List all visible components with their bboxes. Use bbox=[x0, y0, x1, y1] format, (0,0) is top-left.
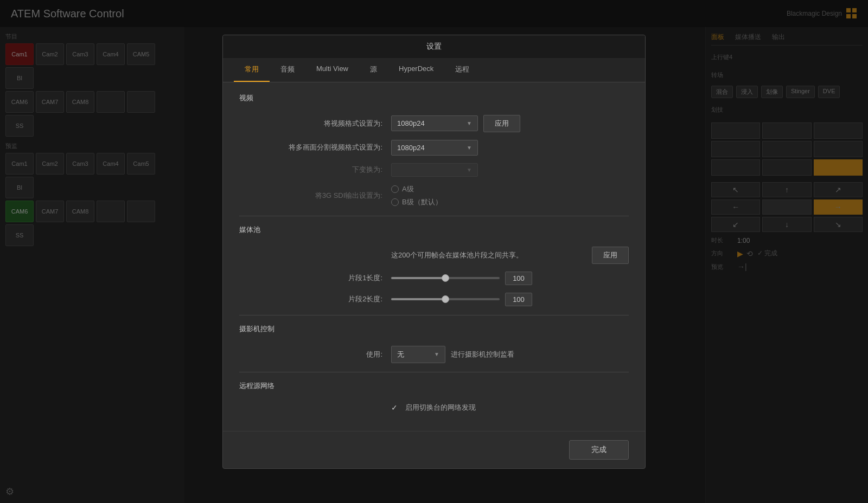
sdi-control: A级 B级（默认） bbox=[391, 184, 629, 207]
sdi-radio-a-circle[interactable] bbox=[391, 185, 399, 193]
sdi-a-label: A级 bbox=[402, 184, 414, 194]
multiview-label: 将多画面分割视频格式设置为: bbox=[239, 143, 391, 152]
format-dropdown[interactable]: 1080p24 ▼ bbox=[391, 115, 478, 131]
dialog-tabs: 常用 音频 Multi View 源 HyperDeck 远程 bbox=[223, 58, 645, 82]
multiview-row: 将多画面分割视频格式设置为: 1080p24 ▼ bbox=[239, 140, 629, 156]
divider-2 bbox=[239, 315, 629, 315]
dialog-tab-remote[interactable]: 远程 bbox=[444, 58, 480, 82]
camera-use-row: 使用: 无 ▼ 进行摄影机控制监看 bbox=[239, 346, 629, 363]
camera-use-label: 使用: bbox=[239, 350, 391, 359]
media-section-title: 媒体池 bbox=[239, 225, 629, 238]
downconvert-arrow: ▼ bbox=[467, 167, 472, 173]
media-apply-button[interactable]: 应用 bbox=[592, 247, 629, 264]
media-info-control: 这200个可用帧会在媒体池片段之间共享。 应用 bbox=[391, 247, 629, 264]
dialog-overlay: 设置 常用 音频 Multi View 源 HyperDeck 远程 视频 将视… bbox=[0, 0, 868, 503]
camera-use-arrow: ▼ bbox=[434, 351, 439, 357]
camera-use-value: 无 bbox=[397, 350, 404, 359]
dialog-tab-general[interactable]: 常用 bbox=[234, 58, 270, 82]
multiview-control: 1080p24 ▼ bbox=[391, 140, 629, 156]
dialog-tab-hyperdeck[interactable]: HyperDeck bbox=[388, 58, 444, 82]
downconvert-label: 下变换为: bbox=[239, 165, 391, 175]
network-checkbox-row: ✓ 启用切换台的网络发现 bbox=[239, 403, 629, 412]
clip2-slider-track[interactable] bbox=[391, 298, 500, 300]
clip1-value[interactable]: 100 bbox=[505, 272, 532, 285]
sdi-radio-group: A级 B级（默认） bbox=[391, 184, 442, 207]
camera-section-title: 摄影机控制 bbox=[239, 324, 629, 337]
format-control: 1080p24 ▼ 应用 bbox=[391, 115, 629, 132]
sdi-radio-a: A级 bbox=[391, 184, 442, 194]
clip2-control: 100 bbox=[391, 293, 629, 306]
clip2-value[interactable]: 100 bbox=[505, 293, 532, 306]
media-info-row: 这200个可用帧会在媒体池片段之间共享。 应用 bbox=[239, 247, 629, 264]
format-dropdown-arrow: ▼ bbox=[467, 120, 472, 126]
clip1-label: 片段1长度: bbox=[239, 273, 391, 283]
format-row: 将视频格式设置为: 1080p24 ▼ 应用 bbox=[239, 115, 629, 132]
dialog-tab-source[interactable]: 源 bbox=[359, 58, 388, 82]
dialog-tab-multiview[interactable]: Multi View bbox=[305, 58, 359, 82]
multiview-dropdown-value: 1080p24 bbox=[397, 144, 425, 152]
clip1-slider-fill bbox=[391, 277, 445, 279]
network-checkmark-icon[interactable]: ✓ bbox=[391, 403, 398, 412]
clip1-control: 100 bbox=[391, 272, 629, 285]
clip2-label: 片段2长度: bbox=[239, 294, 391, 304]
sdi-radio-b-circle[interactable] bbox=[391, 198, 399, 206]
downconvert-dropdown: ▼ bbox=[391, 163, 478, 177]
sdi-radio-b: B级（默认） bbox=[391, 197, 442, 207]
multiview-dropdown[interactable]: 1080p24 ▼ bbox=[391, 140, 478, 156]
divider-3 bbox=[239, 372, 629, 372]
sdi-b-label: B级（默认） bbox=[402, 197, 442, 207]
settings-dialog: 设置 常用 音频 Multi View 源 HyperDeck 远程 视频 将视… bbox=[222, 35, 646, 469]
clip1-slider-thumb[interactable] bbox=[442, 274, 449, 282]
clip1-row: 片段1长度: 100 bbox=[239, 272, 629, 285]
downconvert-row: 下变换为: ▼ bbox=[239, 163, 629, 177]
format-dropdown-value: 1080p24 bbox=[397, 119, 425, 127]
video-section-title: 视频 bbox=[239, 93, 629, 106]
network-section-title: 远程源网络 bbox=[239, 381, 629, 394]
sdi-row: 将3G SDI输出设置为: A级 B级（默认） bbox=[239, 184, 629, 207]
clip1-slider-container: 100 bbox=[391, 272, 629, 285]
network-checkbox-label: 启用切换台的网络发现 bbox=[405, 403, 476, 412]
clip1-slider-track[interactable] bbox=[391, 277, 500, 279]
camera-monitor-label: 进行摄影机控制监看 bbox=[451, 350, 514, 359]
camera-use-dropdown[interactable]: 无 ▼ bbox=[391, 346, 445, 363]
dialog-body: 视频 将视频格式设置为: 1080p24 ▼ 应用 将多画面分割视频格式设置为: bbox=[223, 82, 645, 431]
clip2-row: 片段2长度: 100 bbox=[239, 293, 629, 306]
camera-use-control: 无 ▼ 进行摄影机控制监看 bbox=[391, 346, 629, 363]
network-checkbox-control: ✓ 启用切换台的网络发现 bbox=[391, 403, 629, 412]
sdi-label: 将3G SDI输出设置为: bbox=[239, 191, 391, 201]
clip2-slider-container: 100 bbox=[391, 293, 629, 306]
clip2-slider-thumb[interactable] bbox=[442, 295, 449, 303]
downconvert-control: ▼ bbox=[391, 163, 629, 177]
dialog-footer: 完成 bbox=[223, 431, 645, 468]
clip2-slider-fill bbox=[391, 298, 445, 300]
format-label: 将视频格式设置为: bbox=[239, 119, 391, 128]
dialog-tab-audio[interactable]: 音频 bbox=[270, 58, 305, 82]
format-apply-button[interactable]: 应用 bbox=[483, 115, 520, 132]
multiview-dropdown-arrow: ▼ bbox=[467, 145, 472, 151]
dialog-title: 设置 bbox=[223, 35, 645, 58]
media-info-text: 这200个可用帧会在媒体池片段之间共享。 bbox=[391, 250, 523, 260]
dialog-done-button[interactable]: 完成 bbox=[569, 440, 629, 460]
divider-1 bbox=[239, 216, 629, 216]
